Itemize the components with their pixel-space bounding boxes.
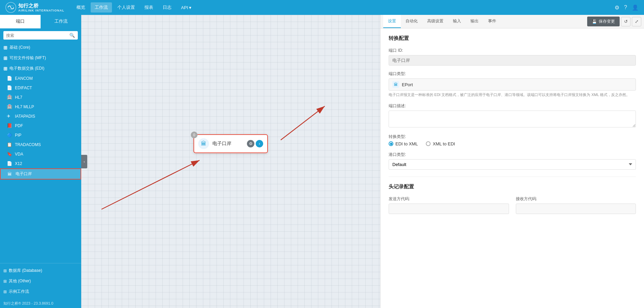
sender-code-input[interactable] [389, 204, 509, 214]
panel-refresh-btn[interactable]: ↺ [621, 17, 630, 26]
nav-reports[interactable]: 报表 [140, 2, 157, 13]
group-expand-icon: ⊞ [3, 55, 7, 61]
radio-group-convert: EDI to XML XML to EDI [389, 141, 636, 146]
nav-workflow[interactable]: 工作流 [91, 2, 112, 13]
port-type-name: EPort [402, 82, 413, 87]
form-group-sender: 发送方代码: [389, 196, 509, 214]
sidebar-group-core[interactable]: ⊞ 基础 (Core) [0, 42, 81, 53]
svg-line-3 [101, 160, 200, 209]
save-button[interactable]: 💾 保存变更 [587, 17, 620, 26]
sidebar-search-area: 🔍 [0, 28, 81, 42]
node-actions: ⚙ › [247, 140, 263, 147]
port-type-display: 🏛 EPort [389, 78, 636, 91]
sidebar-item-x12[interactable]: 📄 X12 [0, 159, 81, 168]
section-divider [389, 176, 636, 177]
nav-right: ⚙ ? 👤 [615, 4, 639, 11]
sidebar-item-eancom[interactable]: 📄 EANCOM [0, 74, 81, 83]
sidebar-item-edifact[interactable]: 📄 EDIFACT [0, 83, 81, 93]
sidebar-item-tradacoms[interactable]: 📋 TRADACOMS [0, 140, 81, 149]
port-id-label: 端口 ID: [389, 48, 636, 53]
tab-input[interactable]: 输入 [448, 15, 466, 28]
help-icon[interactable]: ? [624, 4, 627, 10]
workflow-node[interactable]: 0 🏛 电子口岸 ⚙ › [193, 134, 268, 153]
tab-output[interactable]: 输出 [466, 15, 483, 28]
sidebar-item-eport[interactable]: 🏛 电子口岸 [0, 168, 81, 180]
eancom-icon: 📄 [7, 76, 12, 81]
sidebar-item-pdf[interactable]: 📕 PDF [0, 121, 81, 131]
node-next-btn[interactable]: › [256, 140, 263, 147]
port-desc-label: 端口描述: [389, 103, 636, 109]
vda-icon: 🔖 [7, 151, 12, 157]
sidebar-item-hl7mllp[interactable]: 🏥 HL7 MLLP [0, 102, 81, 112]
hl7mllp-icon: 🏥 [7, 104, 12, 110]
group-expand-icon: ⊞ [3, 268, 7, 273]
sidebar-group-sample-workflow[interactable]: ⊞ 示例工作流 [0, 286, 81, 297]
section-title-head-record: 头记录配置 [389, 184, 636, 190]
sidebar: 端口 工作流 🔍 ⊞ 基础 (Core) ⊞ 可控文件传输 (MFT) ⊞ [0, 15, 81, 308]
form-group-port-type: 端口类型: 🏛 EPort 电子口岸报文是一种标准的 EDI 文档格式，被广泛的… [389, 71, 636, 98]
nav-overview[interactable]: 概览 [72, 2, 89, 13]
pip-icon: 🔷 [7, 133, 12, 138]
section-title-config: 转换配置 [389, 35, 636, 42]
node-counter: 0 [191, 132, 198, 138]
sidebar-item-hl7[interactable]: 🏥 HL7 [0, 93, 81, 102]
port-id-input[interactable] [389, 55, 636, 66]
sidebar-content: ⊞ 基础 (Core) ⊞ 可控文件传输 (MFT) ⊞ 电子数据交换 (EDI… [0, 42, 81, 263]
panel-expand-btn[interactable]: ⤢ [632, 17, 641, 26]
right-panel: 设置 自动化 高级设置 输入 输出 事件 💾 保存变更 ↺ ⤢ 转换配置 端口 … [380, 15, 644, 308]
canvas-toggle-btn[interactable]: ‹ [81, 155, 87, 168]
convert-type-label: 转换类型: [389, 134, 636, 140]
sidebar-item-vda[interactable]: 🔖 VDA [0, 149, 81, 159]
logo-title: 知行之桥 [18, 3, 64, 9]
node-title: 电子口岸 [212, 141, 244, 147]
edifact-icon: 📄 [7, 85, 12, 91]
group-expand-icon: ⊞ [3, 289, 7, 294]
logo-subtitle: AIRILINK INTERNATIONAL [18, 9, 64, 13]
user-icon[interactable]: 👤 [632, 4, 639, 11]
sidebar-bottom: ⊞ 数据库 (Database) ⊞ 其他 (Other) ⊞ 示例工作流 [0, 263, 81, 299]
nav-api[interactable]: API ▾ [177, 3, 196, 12]
sidebar-group-other[interactable]: ⊞ 其他 (Other) [0, 276, 81, 286]
radio-edi-circle [389, 141, 393, 146]
sidebar-group-mft[interactable]: ⊞ 可控文件传输 (MFT) [0, 53, 81, 63]
sidebar-group-database[interactable]: ⊞ 数据库 (Database) [0, 265, 81, 276]
main-layout: 端口 工作流 🔍 ⊞ 基础 (Core) ⊞ 可控文件传输 (MFT) ⊞ [0, 15, 644, 308]
tab-automation[interactable]: 自动化 [401, 15, 422, 28]
radio-edi-to-xml[interactable]: EDI to XML [389, 141, 418, 146]
search-input[interactable] [3, 31, 67, 40]
sidebar-item-pip[interactable]: 🔷 PIP [0, 131, 81, 140]
sidebar-tab-workflow[interactable]: 工作流 [41, 15, 81, 28]
receiver-code-label: 接收方代码: [516, 196, 636, 202]
canvas-area[interactable]: ‹ 0 🏛 电子口岸 ⚙ › [81, 15, 380, 308]
sender-code-label: 发送方代码: [389, 196, 509, 202]
settings-icon[interactable]: ⚙ [615, 4, 619, 11]
form-group-receiver: 接收方代码: [516, 196, 636, 214]
sidebar-tab-port[interactable]: 端口 [0, 15, 41, 28]
nav-settings[interactable]: 个人设置 [113, 2, 139, 13]
form-two-col: 发送方代码: 接收方代码: [389, 196, 636, 219]
port-desc-textarea[interactable] [389, 111, 636, 127]
tab-advanced[interactable]: 高级设置 [422, 15, 448, 28]
eport-icon: 🏛 [7, 171, 13, 177]
radio-xml-circle [426, 141, 431, 146]
iata-icon: ✈ [7, 114, 12, 119]
group-expand-icon: ⊞ [3, 45, 7, 50]
sidebar-item-iatapadis[interactable]: ✈ IATAPADIS [0, 112, 81, 121]
svg-line-4 [281, 106, 325, 140]
search-button[interactable]: 🔍 [67, 31, 78, 40]
receiver-code-input[interactable] [516, 204, 636, 214]
port-type-description: 电子口岸报文是一种标准的 EDI 文档格式，被广泛的应用于电子口岸、港口等领域。… [389, 92, 636, 98]
port-type-label: 端口类型: [389, 71, 636, 77]
tab-settings[interactable]: 设置 [383, 15, 401, 28]
form-group-port-id: 端口 ID: [389, 48, 636, 66]
nav-logs[interactable]: 日志 [159, 2, 176, 13]
port-class-select[interactable]: Default [389, 159, 636, 170]
sidebar-group-edi[interactable]: ⊞ 电子数据交换 (EDI) [0, 63, 81, 74]
radio-xml-to-edi[interactable]: XML to EDI [426, 141, 455, 146]
node-settings-btn[interactable]: ⚙ [247, 140, 254, 147]
save-icon: 💾 [592, 19, 597, 24]
tab-events[interactable]: 事件 [483, 15, 501, 28]
group-expand-icon: ⊞ [3, 279, 7, 284]
port-class-label: 港口类型: [389, 152, 636, 158]
sidebar-tabs: 端口 工作流 [0, 15, 81, 28]
